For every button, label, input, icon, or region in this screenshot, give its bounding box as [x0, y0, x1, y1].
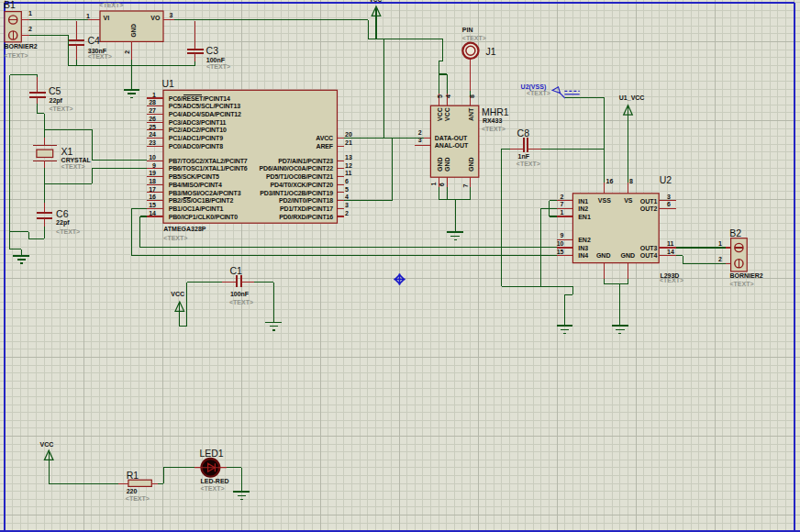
svg-text:IN3: IN3 [578, 245, 588, 251]
svg-text:X1: X1 [61, 146, 73, 157]
svg-text:3: 3 [345, 202, 349, 208]
svg-text:PD0/RXD/PCINT16: PD0/RXD/PCINT16 [279, 214, 333, 220]
svg-text:<TEXT>: <TEXT> [126, 495, 150, 502]
svg-text:<TEXT>: <TEXT> [163, 235, 187, 241]
svg-text:8: 8 [469, 94, 475, 98]
svg-text:ANAL-OUT: ANAL-OUT [435, 142, 469, 149]
svg-text:1: 1 [718, 240, 722, 247]
svg-text:B1: B1 [4, 0, 16, 10]
svg-text:C3: C3 [206, 45, 219, 56]
svg-text:10: 10 [557, 240, 564, 247]
svg-text:2: 2 [561, 194, 564, 200]
svg-text:19: 19 [149, 170, 156, 176]
svg-text:1: 1 [86, 13, 90, 19]
svg-text:<TEXT>: <TEXT> [462, 35, 486, 41]
svg-text:PB2/SS/OC1B/PCINT2: PB2/SS/OC1B/PCINT2 [169, 197, 234, 204]
svg-text:2: 2 [418, 129, 422, 136]
svg-text:GND: GND [468, 157, 474, 172]
svg-text:GND: GND [621, 252, 636, 259]
svg-text:VCC: VCC [370, 0, 383, 3]
svg-text:ATMEGA328P: ATMEGA328P [163, 226, 206, 232]
svg-text:VCC: VCC [40, 441, 54, 448]
svg-text:C5: C5 [49, 85, 61, 96]
svg-text:BORNIER2: BORNIER2 [730, 272, 763, 279]
svg-text:22pf: 22pf [50, 97, 63, 105]
svg-text:VO: VO [150, 15, 161, 21]
svg-text:4: 4 [445, 94, 451, 98]
svg-text:GND: GND [596, 252, 611, 259]
svg-text:IN2: IN2 [578, 205, 588, 212]
svg-text:14: 14 [149, 210, 156, 216]
svg-text:9: 9 [561, 232, 564, 238]
svg-text:<TEXT>: <TEXT> [50, 105, 73, 112]
svg-text:25: 25 [149, 124, 156, 130]
svg-text:14: 14 [667, 249, 674, 255]
svg-text:5: 5 [437, 94, 443, 98]
svg-text:17: 17 [149, 186, 156, 193]
svg-text:LED1: LED1 [199, 448, 223, 459]
svg-text:IN4: IN4 [578, 252, 588, 259]
svg-text:24: 24 [149, 131, 156, 138]
svg-text:CRYSTAL: CRYSTAL [61, 157, 92, 163]
svg-text:22pf: 22pf [56, 219, 70, 227]
svg-text:GND: GND [444, 157, 450, 172]
svg-text:28: 28 [149, 99, 156, 105]
svg-text:PD3/INT1/OC2B/PCINT19: PD3/INT1/OC2B/PCINT19 [260, 190, 333, 196]
svg-text:<TEXT>: <TEXT> [99, 2, 123, 8]
svg-text:B2: B2 [729, 227, 741, 238]
svg-text:U2: U2 [660, 174, 672, 185]
svg-text:PIN: PIN [462, 27, 473, 33]
svg-text:7: 7 [462, 183, 469, 187]
svg-text:1: 1 [28, 10, 32, 17]
svg-text:OUT3: OUT3 [640, 245, 658, 251]
svg-text:26: 26 [149, 116, 156, 122]
svg-text:20: 20 [345, 131, 352, 138]
svg-text:10: 10 [149, 154, 156, 161]
svg-text:EN1: EN1 [578, 214, 591, 220]
svg-text:DATA-OUT: DATA-OUT [435, 135, 468, 141]
svg-text:AREF: AREF [317, 143, 334, 150]
svg-text:R1: R1 [127, 470, 139, 481]
svg-text:2: 2 [345, 210, 349, 216]
svg-text:PD5/T1/OC0B/PCINT21: PD5/T1/OC0B/PCINT21 [266, 173, 333, 180]
svg-text:C1: C1 [230, 265, 243, 276]
svg-text:PC5/ADC5/SCL/PCINT13: PC5/ADC5/SCL/PCINT13 [169, 103, 241, 109]
svg-text:<TEXT>: <TEXT> [517, 161, 540, 167]
svg-text:7: 7 [561, 201, 564, 207]
svg-text:RX433: RX433 [483, 117, 503, 124]
svg-text:PC2/ADC2/PCINT10: PC2/ADC2/PCINT10 [169, 127, 227, 133]
svg-text:PC1/ADC1/PCINT9: PC1/ADC1/PCINT9 [169, 135, 223, 141]
svg-text:U1_VCC: U1_VCC [619, 94, 645, 101]
svg-text:PC0/ADC0/PCINT8: PC0/ADC0/PCINT8 [169, 143, 223, 150]
svg-text:PB5/SCK/PCINT5: PB5/SCK/PCINT5 [169, 173, 219, 180]
svg-text:2: 2 [28, 26, 32, 32]
svg-text:C8: C8 [517, 127, 530, 139]
svg-text:PB0/ICP1/CLK0/PCINT0: PB0/ICP1/CLK0/PCINT0 [169, 214, 238, 220]
svg-text:PB1/OC1A/PCINT1: PB1/OC1A/PCINT1 [169, 205, 224, 212]
svg-text:VCC: VCC [171, 291, 184, 297]
svg-text:<TEXT>: <TEXT> [229, 299, 253, 305]
svg-text:<TEXT>: <TEXT> [61, 163, 85, 170]
svg-text:<TEXT>: <TEXT> [5, 52, 28, 59]
svg-text:VCC: VCC [444, 107, 450, 121]
svg-text:PC6/RESET/PCINT14: PC6/RESET/PCINT14 [169, 95, 230, 102]
svg-text:PD2/INT0/PCINT18: PD2/INT0/PCINT18 [279, 197, 333, 204]
svg-text:1nF: 1nF [518, 153, 530, 160]
svg-text:16: 16 [606, 178, 614, 184]
svg-text:IN1: IN1 [578, 198, 588, 205]
svg-text:PD6/AIN0/OC0A/PCINT22: PD6/AIN0/OC0A/PCINT22 [260, 165, 334, 172]
svg-text:BORNIER2: BORNIER2 [5, 43, 38, 50]
svg-text:2: 2 [124, 50, 130, 54]
svg-text:VSS: VSS [598, 197, 611, 204]
svg-text:27: 27 [149, 107, 156, 114]
svg-text:U1: U1 [162, 78, 175, 89]
svg-text:GND: GND [437, 157, 443, 172]
svg-text:3: 3 [418, 137, 422, 143]
svg-text:J1: J1 [486, 46, 496, 57]
svg-text:12: 12 [345, 162, 352, 169]
svg-text:OUT1: OUT1 [640, 198, 658, 205]
svg-text:6: 6 [667, 201, 671, 207]
svg-text:1: 1 [430, 183, 437, 186]
svg-text:18: 18 [149, 178, 156, 184]
svg-text:AVCC: AVCC [316, 135, 333, 141]
